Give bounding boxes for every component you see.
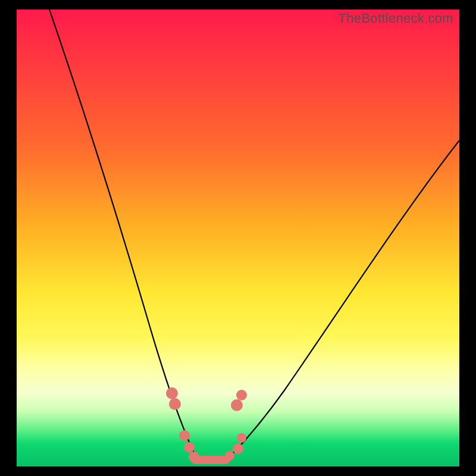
curves-svg <box>17 10 459 466</box>
watermark-text: TheBottleneck.com <box>339 11 453 26</box>
marker-dot <box>231 399 243 411</box>
marker-dot <box>169 398 181 410</box>
marker-dot <box>184 442 195 453</box>
marker-dot <box>179 430 190 441</box>
marker-dot <box>166 387 178 399</box>
marker-dot <box>236 390 247 400</box>
marker-dot <box>237 433 246 443</box>
right-curve <box>225 140 459 462</box>
chart-frame: TheBottleneck.com <box>0 0 476 476</box>
plot-area: TheBottleneck.com <box>17 10 459 466</box>
marker-dot <box>225 451 234 461</box>
marker-dot <box>233 443 243 454</box>
marker-dot <box>189 452 199 462</box>
